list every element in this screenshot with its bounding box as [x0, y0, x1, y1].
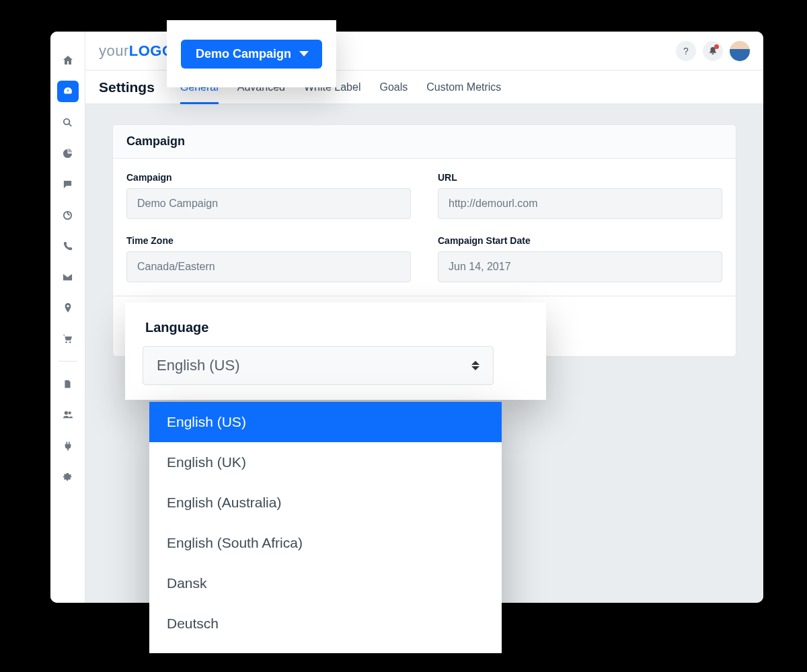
gear-icon[interactable] [57, 466, 79, 487]
home-icon[interactable] [57, 50, 79, 71]
language-option[interactable]: English (South Africa) [149, 523, 502, 563]
piechart-icon[interactable] [57, 142, 79, 164]
file-icon[interactable] [57, 373, 79, 394]
url-input[interactable] [438, 188, 722, 219]
field-url: URL [438, 172, 722, 219]
language-dropdown: English (US) English (UK) English (Austr… [149, 402, 502, 653]
svg-point-1 [65, 341, 67, 342]
users-icon[interactable] [57, 404, 79, 425]
card-title: Campaign [113, 125, 736, 159]
tz-input[interactable] [126, 251, 411, 282]
start-input[interactable] [438, 251, 722, 282]
language-panel: Language English (US) [125, 302, 546, 400]
campaign-input[interactable] [126, 188, 411, 219]
help-label: ? [683, 46, 689, 56]
language-option[interactable]: English (UK) [149, 442, 502, 482]
field-timezone: Time Zone [126, 235, 411, 282]
sidebar-divider [59, 361, 77, 362]
language-label: Language [145, 320, 529, 335]
mail-icon[interactable] [57, 266, 79, 288]
select-arrows-icon [471, 361, 479, 370]
avatar[interactable] [730, 41, 750, 61]
logo-first: your [99, 42, 129, 59]
search-icon[interactable] [57, 112, 79, 133]
chevron-down-icon [299, 51, 309, 56]
phone-icon[interactable] [57, 235, 79, 257]
language-select[interactable]: English (US) [143, 346, 494, 385]
field-startdate: Campaign Start Date [438, 235, 722, 282]
svg-point-2 [69, 341, 71, 342]
page-title: Settings [99, 79, 155, 95]
notification-dot [714, 44, 719, 49]
language-option[interactable]: Deutsch [149, 603, 502, 644]
campaign-selector-panel: Demo Campaign [167, 20, 336, 87]
logo: yourLOGO [99, 42, 174, 60]
campaign-label: Campaign [126, 172, 411, 183]
campaign-selector-button[interactable]: Demo Campaign [181, 40, 322, 69]
start-label: Campaign Start Date [438, 235, 722, 246]
cart-icon[interactable] [57, 328, 79, 349]
pin-icon[interactable] [57, 297, 79, 319]
plug-icon[interactable] [57, 435, 79, 456]
chat-icon[interactable] [57, 173, 79, 195]
language-option[interactable]: English (US) [149, 402, 502, 442]
language-selected-text: English (US) [157, 357, 239, 374]
language-option[interactable]: Dansk [149, 563, 502, 603]
icon-sidebar [50, 32, 85, 603]
target-icon[interactable] [57, 204, 79, 226]
campaign-selector-label: Demo Campaign [196, 47, 291, 61]
svg-point-4 [68, 411, 71, 414]
dashboard-icon[interactable] [57, 81, 79, 102]
tab-custommetrics[interactable]: Custom Metrics [426, 71, 501, 103]
tab-goals[interactable]: Goals [379, 71, 408, 103]
help-button[interactable]: ? [676, 41, 696, 61]
svg-point-3 [64, 411, 67, 415]
field-campaign: Campaign [126, 172, 411, 219]
bell-icon[interactable] [703, 41, 723, 61]
tz-label: Time Zone [126, 235, 411, 246]
language-option[interactable]: English (Australia) [149, 482, 502, 523]
url-label: URL [438, 172, 722, 183]
